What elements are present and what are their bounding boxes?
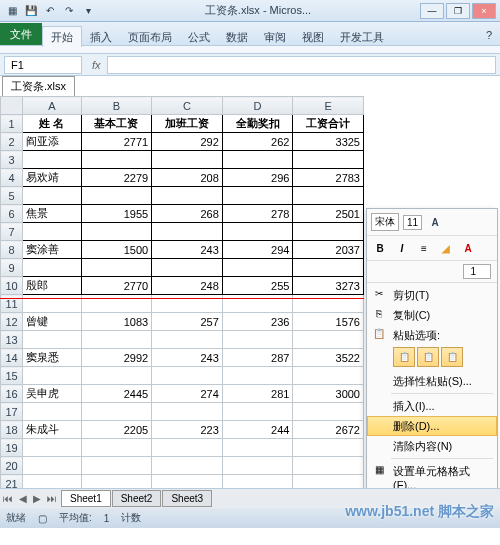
- cell[interactable]: [81, 331, 152, 349]
- col-header[interactable]: B: [81, 97, 152, 115]
- ribbon-tab[interactable]: 插入: [82, 27, 120, 47]
- data-cell[interactable]: 243: [152, 241, 223, 259]
- cell[interactable]: [81, 259, 152, 277]
- row-header[interactable]: 19: [1, 439, 23, 457]
- cell[interactable]: [152, 187, 223, 205]
- cell[interactable]: [152, 457, 223, 475]
- size-select[interactable]: 11: [403, 215, 422, 230]
- cell[interactable]: [23, 331, 81, 349]
- data-cell[interactable]: 292: [152, 133, 223, 151]
- data-cell[interactable]: 3325: [293, 133, 364, 151]
- cell[interactable]: [152, 403, 223, 421]
- cell[interactable]: [23, 403, 81, 421]
- cell[interactable]: [293, 259, 364, 277]
- cell[interactable]: [222, 187, 293, 205]
- name-cell[interactable]: 焦景: [23, 205, 81, 223]
- data-cell[interactable]: 1576: [293, 313, 364, 331]
- data-cell[interactable]: 1955: [81, 205, 152, 223]
- data-cell[interactable]: 278: [222, 205, 293, 223]
- cell[interactable]: [222, 151, 293, 169]
- row-header[interactable]: 18: [1, 421, 23, 439]
- data-cell[interactable]: 294: [222, 241, 293, 259]
- cell[interactable]: [81, 223, 152, 241]
- cell[interactable]: [81, 439, 152, 457]
- cell[interactable]: [293, 151, 364, 169]
- data-cell[interactable]: 2279: [81, 169, 152, 187]
- cell[interactable]: [23, 187, 81, 205]
- undo-icon[interactable]: ↶: [42, 3, 58, 19]
- sheet-nav-next[interactable]: ▶: [30, 493, 44, 504]
- cell[interactable]: [222, 259, 293, 277]
- data-cell[interactable]: 2501: [293, 205, 364, 223]
- cell[interactable]: [152, 367, 223, 385]
- cell[interactable]: [293, 331, 364, 349]
- cell[interactable]: [293, 457, 364, 475]
- fill-color-icon[interactable]: ◢: [437, 240, 455, 256]
- cell[interactable]: [293, 475, 364, 489]
- row-header[interactable]: 4: [1, 169, 23, 187]
- data-cell[interactable]: 244: [222, 421, 293, 439]
- header-cell[interactable]: 全勤奖扣: [222, 115, 293, 133]
- qat-more-icon[interactable]: ▾: [80, 3, 96, 19]
- col-header[interactable]: A: [23, 97, 81, 115]
- align-icon[interactable]: ≡: [415, 240, 433, 256]
- save-icon[interactable]: 💾: [23, 3, 39, 19]
- cell[interactable]: [152, 331, 223, 349]
- data-cell[interactable]: 268: [152, 205, 223, 223]
- header-cell[interactable]: 工资合计: [293, 115, 364, 133]
- cell[interactable]: [81, 151, 152, 169]
- ribbon-tab[interactable]: 视图: [294, 27, 332, 47]
- data-cell[interactable]: 274: [152, 385, 223, 403]
- row-header[interactable]: 20: [1, 457, 23, 475]
- fx-icon[interactable]: fx: [86, 59, 107, 71]
- col-header[interactable]: C: [152, 97, 223, 115]
- sheet-tab-1[interactable]: Sheet1: [61, 490, 111, 507]
- status-record-icon[interactable]: ▢: [38, 513, 47, 524]
- row-header[interactable]: 2: [1, 133, 23, 151]
- cell[interactable]: [81, 403, 152, 421]
- cell[interactable]: [23, 439, 81, 457]
- workbook-tab-active[interactable]: 工资条.xlsx: [2, 76, 75, 96]
- data-cell[interactable]: 223: [152, 421, 223, 439]
- cell[interactable]: [293, 223, 364, 241]
- row-header[interactable]: 13: [1, 331, 23, 349]
- data-cell[interactable]: 2205: [81, 421, 152, 439]
- help-button[interactable]: ?: [478, 25, 500, 45]
- ribbon-tab[interactable]: 审阅: [256, 27, 294, 47]
- cell[interactable]: [222, 223, 293, 241]
- ribbon-tab[interactable]: 公式: [180, 27, 218, 47]
- sheet-nav-prev[interactable]: ◀: [16, 493, 30, 504]
- data-cell[interactable]: 1083: [81, 313, 152, 331]
- cell[interactable]: [293, 439, 364, 457]
- cell[interactable]: [293, 367, 364, 385]
- data-cell[interactable]: 257: [152, 313, 223, 331]
- font-grow-icon[interactable]: A: [426, 214, 444, 230]
- header-cell[interactable]: 姓 名: [23, 115, 81, 133]
- cell[interactable]: [81, 187, 152, 205]
- name-cell[interactable]: 窦泉悉: [23, 349, 81, 367]
- row-header[interactable]: 14: [1, 349, 23, 367]
- data-cell[interactable]: 1500: [81, 241, 152, 259]
- row-header[interactable]: 5: [1, 187, 23, 205]
- row-header[interactable]: 21: [1, 475, 23, 489]
- cell[interactable]: [23, 259, 81, 277]
- data-cell[interactable]: 287: [222, 349, 293, 367]
- font-select[interactable]: 宋体: [371, 213, 399, 231]
- cell[interactable]: [81, 475, 152, 489]
- name-cell[interactable]: 阎亚添: [23, 133, 81, 151]
- ribbon-tab[interactable]: 开始: [42, 26, 82, 47]
- cell[interactable]: [152, 475, 223, 489]
- sheet-nav-last[interactable]: ⏭: [44, 493, 60, 504]
- cell[interactable]: [152, 151, 223, 169]
- ribbon-tab[interactable]: 数据: [218, 27, 256, 47]
- sheet-tab-3[interactable]: Sheet3: [162, 490, 212, 507]
- minimize-button[interactable]: —: [420, 3, 444, 19]
- cell[interactable]: [81, 457, 152, 475]
- name-cell[interactable]: 窦涂善: [23, 241, 81, 259]
- ctx-clear[interactable]: 清除内容(N): [367, 436, 497, 456]
- data-cell[interactable]: 2783: [293, 169, 364, 187]
- cell[interactable]: [23, 457, 81, 475]
- redo-icon[interactable]: ↷: [61, 3, 77, 19]
- cell[interactable]: [222, 331, 293, 349]
- ctx-delete[interactable]: 删除(D)...: [367, 416, 497, 436]
